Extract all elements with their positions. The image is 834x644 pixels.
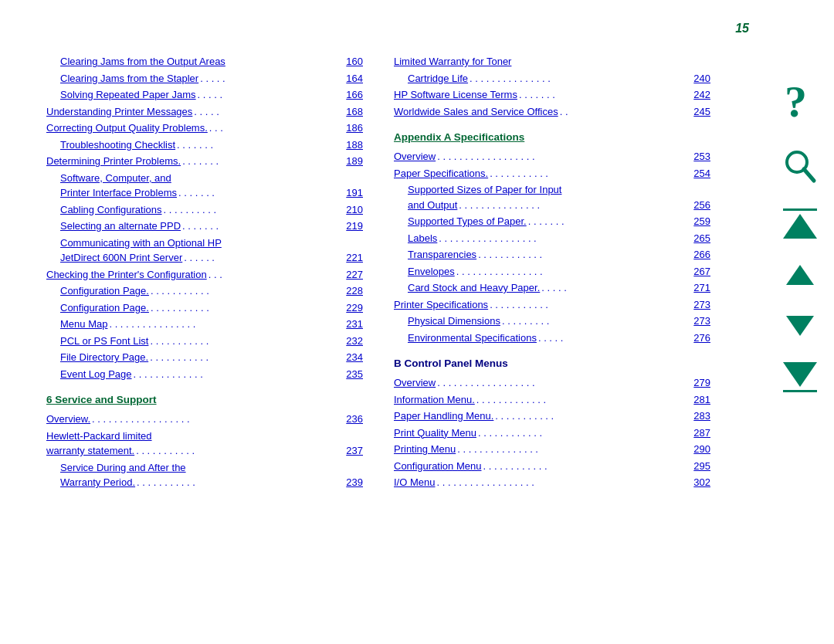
toc-entry[interactable]: Clearing Jams from the Output Areas 160 xyxy=(46,54,363,69)
toc-entry[interactable]: Understanding Printer Messages . . . . .… xyxy=(46,104,363,120)
left-column: Clearing Jams from the Output Areas 160 … xyxy=(46,54,363,492)
toc-entry[interactable]: Clearing Jams from the Stapler . . . . .… xyxy=(46,71,363,86)
svg-line-2 xyxy=(804,169,814,181)
toc-entry[interactable]: Printing Menu . . . . . . . . . . . . . … xyxy=(394,442,710,457)
toc-entry-multiline[interactable]: Service During and After the Warranty Pe… xyxy=(46,460,363,490)
toc-entry-multiline[interactable]: Communicating with an Optional HP JetDir… xyxy=(46,236,363,266)
toc-entry[interactable]: Overview. . . . . . . . . . . . . . . . … xyxy=(46,412,363,427)
section-6-heading: 6 Service and Support xyxy=(46,394,363,405)
page-number: 15 xyxy=(735,22,749,36)
toc-entry[interactable]: Environmental Specifications . . . . . 2… xyxy=(394,330,710,346)
toc-entry[interactable]: Paper Specifications. . . . . . . . . . … xyxy=(394,166,710,181)
right-column: Limited Warranty for Toner Cartridge Lif… xyxy=(394,54,710,492)
appendix-a-heading: Appendix A Specifications xyxy=(394,131,710,143)
toc-entry[interactable]: I/O Menu . . . . . . . . . . . . . . . .… xyxy=(394,475,710,490)
toc-entry-multiline[interactable]: Hewlett-Packard limited warranty stateme… xyxy=(46,429,363,459)
toc-entry[interactable]: Menu Map . . . . . . . . . . . . . . . .… xyxy=(46,317,363,332)
next-page-button[interactable] xyxy=(780,311,820,341)
sidebar: ? xyxy=(780,77,820,392)
toc-entry[interactable]: Physical Dimensions . . . . . . . . . 27… xyxy=(394,314,710,329)
toc-entry[interactable]: Envelopes . . . . . . . . . . . . . . . … xyxy=(394,264,710,280)
toc-entry[interactable]: Worldwide Sales and Service Offices . . … xyxy=(394,104,710,120)
toc-entry[interactable]: Information Menu. . . . . . . . . . . . … xyxy=(394,392,710,408)
toc-entry[interactable]: Correcting Output Quality Problems. . . … xyxy=(46,120,363,136)
search-icon[interactable] xyxy=(780,147,820,187)
first-page-button[interactable] xyxy=(783,208,817,239)
toc-entry[interactable]: Selecting an alternate PPD . . . . . . .… xyxy=(46,219,363,234)
toc-entry[interactable]: HP Software License Terms . . . . . . . … xyxy=(394,87,710,103)
toc-entry[interactable]: Print Quality Menu . . . . . . . . . . .… xyxy=(394,425,710,441)
toc-entry[interactable]: Supported Types of Paper. . . . . . . . … xyxy=(394,214,710,229)
toc-entry[interactable]: Configuration Menu . . . . . . . . . . .… xyxy=(394,459,710,474)
toc-entry[interactable]: Event Log Page . . . . . . . . . . . . .… xyxy=(46,367,363,382)
toc-entry[interactable]: Transparencies . . . . . . . . . . . . 2… xyxy=(394,247,710,263)
toc-entry[interactable]: Configuration Page. . . . . . . . . . . … xyxy=(46,283,363,299)
toc-entry[interactable]: PCL or PS Font List . . . . . . . . . . … xyxy=(46,334,363,349)
last-page-button[interactable] xyxy=(783,362,817,392)
toc-entry[interactable]: Cabling Configurations . . . . . . . . .… xyxy=(46,202,363,218)
toc-entry[interactable]: Printer Specifications . . . . . . . . .… xyxy=(394,297,710,313)
toc-entry-multiline[interactable]: Software, Computer, and Printer Interfac… xyxy=(46,171,363,201)
toc-entry[interactable]: Limited Warranty for Toner xyxy=(394,54,710,69)
appendix-b-heading: B Control Panel Menus xyxy=(394,358,710,369)
svg-text:?: ? xyxy=(785,78,807,124)
help-icon[interactable]: ? xyxy=(780,77,820,125)
prev-page-button[interactable] xyxy=(780,260,820,290)
toc-entry[interactable]: Labels . . . . . . . . . . . . . . . . .… xyxy=(394,231,710,246)
toc-entry[interactable]: Overview . . . . . . . . . . . . . . . .… xyxy=(394,149,710,164)
toc-entry[interactable]: File Directory Page. . . . . . . . . . .… xyxy=(46,350,363,365)
toc-entry[interactable]: Troubleshooting Checklist . . . . . . . … xyxy=(46,137,363,153)
toc-entry[interactable]: Determining Printer Problems. . . . . . … xyxy=(46,154,363,169)
toc-entry[interactable]: Solving Repeated Paper Jams . . . . . 16… xyxy=(46,87,363,103)
toc-entry[interactable]: Paper Handling Menu. . . . . . . . . . .… xyxy=(394,408,710,424)
toc-entry-multiline[interactable]: Supported Sizes of Paper for Input and O… xyxy=(394,182,710,212)
toc-entry[interactable]: Overview . . . . . . . . . . . . . . . .… xyxy=(394,375,710,391)
toc-entry[interactable]: Configuration Page. . . . . . . . . . . … xyxy=(46,300,363,316)
toc-entry[interactable]: Checking the Printer's Configuration . .… xyxy=(46,267,363,283)
toc-entry[interactable]: Cartridge Life . . . . . . . . . . . . .… xyxy=(394,71,710,86)
toc-entry[interactable]: Card Stock and Heavy Paper. . . . . . 27… xyxy=(394,280,710,296)
